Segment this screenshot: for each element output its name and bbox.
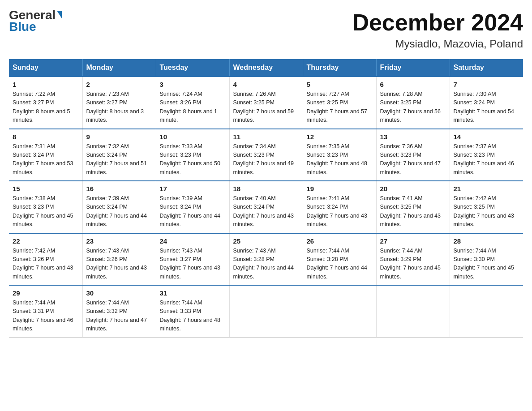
header-wednesday: Wednesday (229, 59, 303, 77)
calendar-day-empty (450, 285, 523, 337)
day-info: Sunrise: 7:39 AMSunset: 3:24 PMDaylight:… (86, 194, 152, 229)
day-info: Sunrise: 7:41 AMSunset: 3:24 PMDaylight:… (307, 194, 373, 229)
day-number: 11 (233, 133, 299, 141)
day-number: 7 (454, 81, 520, 88)
day-info: Sunrise: 7:32 AMSunset: 3:24 PMDaylight:… (86, 142, 152, 177)
day-number: 5 (307, 81, 373, 88)
logo: General Blue (9, 9, 62, 34)
logo-blue: Blue (9, 20, 36, 34)
header-friday: Friday (376, 59, 450, 77)
day-number: 23 (86, 237, 152, 245)
day-info: Sunrise: 7:39 AMSunset: 3:24 PMDaylight:… (160, 194, 226, 229)
calendar-day-31: 31Sunrise: 7:44 AMSunset: 3:33 PMDayligh… (156, 285, 229, 337)
calendar-day-18: 18Sunrise: 7:40 AMSunset: 3:24 PMDayligh… (229, 181, 303, 233)
location-title: Mysiadlo, Mazovia, Poland (352, 38, 523, 50)
day-number: 4 (233, 81, 299, 88)
day-info: Sunrise: 7:30 AMSunset: 3:24 PMDaylight:… (454, 90, 520, 125)
calendar-day-13: 13Sunrise: 7:36 AMSunset: 3:23 PMDayligh… (376, 129, 450, 181)
day-info: Sunrise: 7:44 AMSunset: 3:32 PMDaylight:… (86, 299, 152, 334)
calendar-day-4: 4Sunrise: 7:26 AMSunset: 3:25 PMDaylight… (229, 77, 303, 129)
calendar-day-29: 29Sunrise: 7:44 AMSunset: 3:31 PMDayligh… (9, 285, 82, 337)
calendar-day-27: 27Sunrise: 7:44 AMSunset: 3:29 PMDayligh… (376, 233, 450, 286)
calendar-day-2: 2Sunrise: 7:23 AMSunset: 3:27 PMDaylight… (82, 77, 156, 129)
day-info: Sunrise: 7:22 AMSunset: 3:27 PMDaylight:… (13, 90, 79, 125)
day-info: Sunrise: 7:44 AMSunset: 3:31 PMDaylight:… (13, 299, 79, 334)
day-info: Sunrise: 7:40 AMSunset: 3:24 PMDaylight:… (233, 194, 299, 229)
day-number: 29 (13, 289, 79, 297)
day-info: Sunrise: 7:37 AMSunset: 3:23 PMDaylight:… (454, 142, 520, 177)
logo-arrow-icon (57, 11, 62, 18)
calendar-day-11: 11Sunrise: 7:34 AMSunset: 3:23 PMDayligh… (229, 129, 303, 181)
day-number: 26 (307, 237, 373, 245)
day-number: 16 (86, 185, 152, 193)
calendar-day-12: 12Sunrise: 7:35 AMSunset: 3:23 PMDayligh… (303, 129, 376, 181)
header-tuesday: Tuesday (156, 59, 229, 77)
day-number: 18 (233, 185, 299, 193)
day-info: Sunrise: 7:44 AMSunset: 3:28 PMDaylight:… (307, 247, 373, 282)
calendar-day-19: 19Sunrise: 7:41 AMSunset: 3:24 PMDayligh… (303, 181, 376, 233)
day-number: 17 (160, 185, 226, 193)
day-info: Sunrise: 7:33 AMSunset: 3:23 PMDaylight:… (160, 142, 226, 177)
calendar-week-row: 22Sunrise: 7:42 AMSunset: 3:26 PMDayligh… (9, 233, 523, 286)
day-info: Sunrise: 7:43 AMSunset: 3:28 PMDaylight:… (233, 247, 299, 282)
day-info: Sunrise: 7:24 AMSunset: 3:26 PMDaylight:… (160, 90, 226, 125)
day-number: 8 (13, 133, 79, 141)
day-number: 25 (233, 237, 299, 245)
day-number: 3 (160, 81, 226, 88)
day-number: 1 (13, 81, 79, 88)
header-thursday: Thursday (303, 59, 376, 77)
day-number: 12 (307, 133, 373, 141)
day-info: Sunrise: 7:35 AMSunset: 3:23 PMDaylight:… (307, 142, 373, 177)
title-block: December 2024 Mysiadlo, Mazovia, Poland (352, 9, 523, 50)
calendar-day-28: 28Sunrise: 7:44 AMSunset: 3:30 PMDayligh… (450, 233, 523, 286)
calendar-day-20: 20Sunrise: 7:41 AMSunset: 3:25 PMDayligh… (376, 181, 450, 233)
day-info: Sunrise: 7:34 AMSunset: 3:23 PMDaylight:… (233, 142, 299, 177)
page-header: General Blue December 2024 Mysiadlo, Maz… (9, 9, 523, 50)
day-info: Sunrise: 7:44 AMSunset: 3:33 PMDaylight:… (160, 299, 226, 334)
header-monday: Monday (82, 59, 156, 77)
calendar-week-row: 15Sunrise: 7:38 AMSunset: 3:23 PMDayligh… (9, 181, 523, 233)
day-number: 24 (160, 237, 226, 245)
day-number: 22 (13, 237, 79, 245)
calendar-day-17: 17Sunrise: 7:39 AMSunset: 3:24 PMDayligh… (156, 181, 229, 233)
calendar-day-8: 8Sunrise: 7:31 AMSunset: 3:24 PMDaylight… (9, 129, 82, 181)
calendar-day-7: 7Sunrise: 7:30 AMSunset: 3:24 PMDaylight… (450, 77, 523, 129)
day-info: Sunrise: 7:38 AMSunset: 3:23 PMDaylight:… (13, 194, 79, 229)
calendar-day-1: 1Sunrise: 7:22 AMSunset: 3:27 PMDaylight… (9, 77, 82, 129)
day-number: 2 (86, 81, 152, 88)
calendar-day-22: 22Sunrise: 7:42 AMSunset: 3:26 PMDayligh… (9, 233, 82, 286)
calendar-day-empty (376, 285, 450, 337)
calendar-day-empty (303, 285, 376, 337)
day-number: 15 (13, 185, 79, 193)
calendar-header-row: SundayMondayTuesdayWednesdayThursdayFrid… (9, 59, 523, 77)
header-saturday: Saturday (450, 59, 523, 77)
calendar-day-15: 15Sunrise: 7:38 AMSunset: 3:23 PMDayligh… (9, 181, 82, 233)
day-number: 9 (86, 133, 152, 141)
calendar-day-9: 9Sunrise: 7:32 AMSunset: 3:24 PMDaylight… (82, 129, 156, 181)
calendar-week-row: 8Sunrise: 7:31 AMSunset: 3:24 PMDaylight… (9, 129, 523, 181)
day-number: 31 (160, 289, 226, 297)
month-title: December 2024 (352, 9, 523, 36)
calendar-day-16: 16Sunrise: 7:39 AMSunset: 3:24 PMDayligh… (82, 181, 156, 233)
calendar-day-21: 21Sunrise: 7:42 AMSunset: 3:25 PMDayligh… (450, 181, 523, 233)
day-number: 19 (307, 185, 373, 193)
calendar-day-empty (229, 285, 303, 337)
calendar-day-6: 6Sunrise: 7:28 AMSunset: 3:25 PMDaylight… (376, 77, 450, 129)
day-number: 10 (160, 133, 226, 141)
day-number: 20 (380, 185, 446, 193)
day-info: Sunrise: 7:31 AMSunset: 3:24 PMDaylight:… (13, 142, 79, 177)
calendar-week-row: 1Sunrise: 7:22 AMSunset: 3:27 PMDaylight… (9, 77, 523, 129)
day-info: Sunrise: 7:42 AMSunset: 3:26 PMDaylight:… (13, 247, 79, 282)
day-info: Sunrise: 7:26 AMSunset: 3:25 PMDaylight:… (233, 90, 299, 125)
day-info: Sunrise: 7:41 AMSunset: 3:25 PMDaylight:… (380, 194, 446, 229)
day-number: 27 (380, 237, 446, 245)
day-number: 13 (380, 133, 446, 141)
day-info: Sunrise: 7:44 AMSunset: 3:29 PMDaylight:… (380, 247, 446, 282)
calendar-day-26: 26Sunrise: 7:44 AMSunset: 3:28 PMDayligh… (303, 233, 376, 286)
calendar-week-row: 29Sunrise: 7:44 AMSunset: 3:31 PMDayligh… (9, 285, 523, 337)
day-number: 21 (454, 185, 520, 193)
calendar-day-5: 5Sunrise: 7:27 AMSunset: 3:25 PMDaylight… (303, 77, 376, 129)
day-info: Sunrise: 7:44 AMSunset: 3:30 PMDaylight:… (454, 247, 520, 282)
day-number: 30 (86, 289, 152, 297)
day-info: Sunrise: 7:27 AMSunset: 3:25 PMDaylight:… (307, 90, 373, 125)
